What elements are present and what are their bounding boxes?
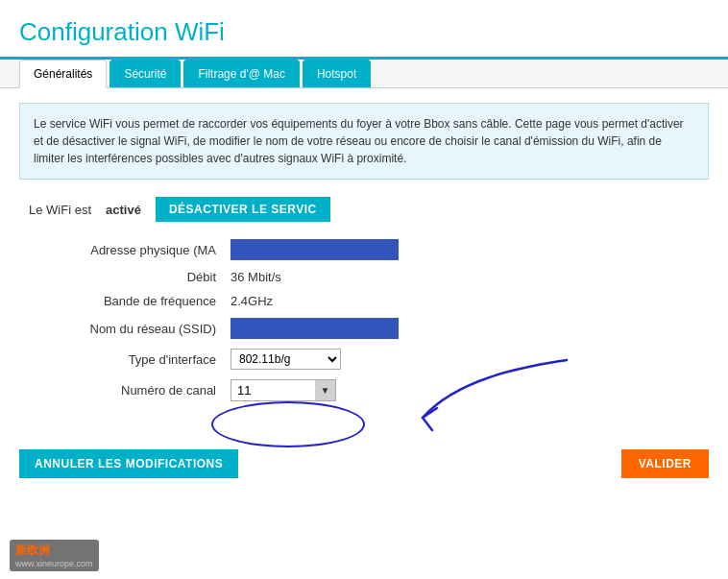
label-type: Type d'interface <box>48 352 231 367</box>
page-header: Configuration WiFi <box>0 0 728 60</box>
field-row-adresse: Adresse physique (MA <box>48 239 709 260</box>
validate-button[interactable]: VALIDER <box>621 449 709 478</box>
tabs-bar: Généralités Sécurité Filtrage d'@ Mac Ho… <box>0 60 728 88</box>
field-row-type: Type d'interface 802.11b/g 802.11n <box>48 349 709 370</box>
tab-generalites[interactable]: Généralités <box>19 60 107 88</box>
tab-securite[interactable]: Sécurité <box>109 60 181 87</box>
tab-hotspot[interactable]: Hotspot <box>303 60 371 87</box>
label-adresse: Adresse physique (MA <box>48 243 231 257</box>
field-row-bande: Bande de fréquence 2.4GHz <box>48 294 709 308</box>
label-ssid: Nom du réseau (SSID) <box>48 322 231 336</box>
value-bande: 2.4GHz <box>231 294 273 308</box>
page-title: Configuration WiFi <box>19 17 709 47</box>
cancel-button[interactable]: ANNULER LES MODIFICATIONS <box>19 449 238 478</box>
footer-buttons: ANNULER LES MODIFICATIONS VALIDER <box>0 435 728 493</box>
value-adresse <box>231 239 399 260</box>
value-debit: 36 Mbit/s <box>231 270 281 284</box>
field-row-ssid: Nom du réseau (SSID) <box>48 318 709 339</box>
type-interface-select[interactable]: 802.11b/g 802.11n <box>231 349 341 370</box>
field-row-canal: Numéro de canal 1 2 3 4 5 6 7 8 9 10 11 <box>48 379 709 401</box>
page-wrapper: Configuration WiFi Généralités Sécurité … <box>0 0 728 579</box>
wifi-status-row: Le WiFi est activé DÉSACTIVER LE SERVIC <box>19 197 709 222</box>
watermark: 新欧洲 www.xineurope.com <box>10 540 99 571</box>
deactivate-button[interactable]: DÉSACTIVER LE SERVIC <box>156 197 330 222</box>
value-ssid <box>231 318 399 339</box>
label-bande: Bande de fréquence <box>48 294 231 308</box>
watermark-top: 新欧洲 <box>15 543 93 559</box>
info-box: Le service WiFi vous permet de raccorder… <box>19 103 709 180</box>
tab-filtrage[interactable]: Filtrage d'@ Mac <box>183 60 300 87</box>
watermark-bottom: www.xineurope.com <box>15 559 93 568</box>
wifi-status-value: activé <box>106 203 141 217</box>
form-section: Adresse physique (MA Débit 36 Mbit/s Ban… <box>19 239 709 401</box>
content-area: Le service WiFi vous permet de raccorder… <box>0 88 728 425</box>
field-row-debit: Débit 36 Mbit/s <box>48 270 709 284</box>
canal-select[interactable]: 1 2 3 4 5 6 7 8 9 10 11 12 13 <box>231 379 336 401</box>
label-canal: Numéro de canal <box>48 383 231 398</box>
canal-select-wrapper: 1 2 3 4 5 6 7 8 9 10 11 12 13 ▼ <box>231 379 336 401</box>
label-debit: Débit <box>48 270 231 284</box>
wifi-status-label: Le WiFi est <box>29 203 91 217</box>
